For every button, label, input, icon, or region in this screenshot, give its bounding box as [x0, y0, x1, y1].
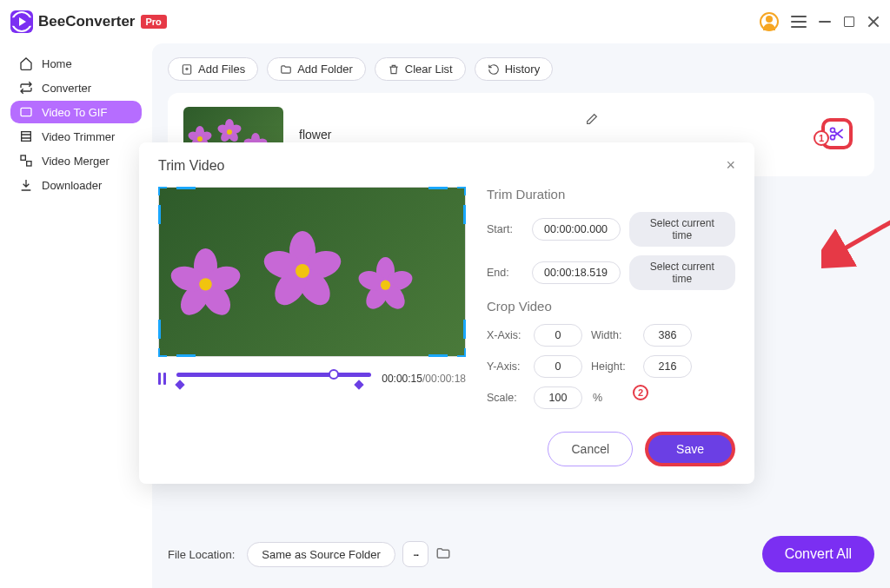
crop-handle-left[interactable] — [158, 320, 161, 339]
video-preview[interactable] — [158, 187, 466, 357]
start-label: Start: — [487, 223, 523, 235]
sidebar-item-video-to-gif[interactable]: Video To GIF — [10, 101, 142, 123]
annotation-badge-2: 2 — [633, 385, 648, 400]
history-icon — [488, 63, 500, 76]
home-icon — [19, 56, 33, 70]
crop-handle-bl[interactable] — [158, 348, 167, 357]
gif-icon — [19, 105, 33, 119]
time-display: 00:00:15/00:00:18 — [382, 373, 466, 385]
file-location-select: Same as Source Folder ··· — [247, 541, 453, 567]
seek-track[interactable] — [176, 367, 371, 390]
playhead[interactable] — [329, 369, 339, 380]
toolbar: Add Files Add Folder Clear List History — [168, 57, 874, 81]
sidebar-item-label: Home — [42, 57, 72, 70]
sidebar-item-home[interactable]: Home — [10, 52, 142, 75]
svg-line-7 — [839, 182, 890, 252]
trim-section-title: Trim Duration — [487, 187, 735, 202]
app-name: BeeConverter — [38, 13, 136, 30]
crop-handle-tl[interactable] — [158, 187, 167, 195]
open-folder-icon[interactable] — [435, 545, 453, 563]
crop-handle-tr[interactable] — [457, 187, 466, 195]
svg-rect-0 — [21, 108, 31, 116]
sidebar-item-label: Video Merger — [42, 155, 110, 168]
pause-button[interactable] — [158, 373, 166, 385]
cancel-button[interactable]: Cancel — [548, 432, 633, 466]
height-label: Height: — [591, 360, 634, 373]
select-current-end-button[interactable]: Select current time — [629, 255, 735, 290]
annotation-arrow — [821, 182, 890, 269]
window-close-button[interactable] — [867, 16, 880, 28]
crop-section-title: Crop Video — [487, 299, 735, 314]
add-folder-button[interactable]: Add Folder — [267, 57, 366, 81]
sidebar-item-video-merger[interactable]: Video Merger — [10, 149, 142, 172]
window-maximize-button[interactable] — [843, 16, 855, 28]
scale-label: Scale: — [487, 392, 525, 404]
add-files-button[interactable]: Add Files — [168, 57, 258, 81]
trimmer-icon — [19, 129, 33, 143]
merger-icon — [19, 154, 33, 168]
add-folder-icon — [280, 63, 292, 76]
sidebar-item-converter[interactable]: Converter — [10, 76, 142, 99]
user-avatar-icon[interactable] — [760, 12, 779, 31]
width-input[interactable] — [643, 324, 692, 347]
svg-rect-2 — [21, 155, 25, 160]
end-label: End: — [487, 267, 523, 279]
sidebar-item-label: Video To GIF — [42, 106, 107, 119]
crop-handle-br[interactable] — [457, 348, 466, 357]
scale-unit: % — [593, 392, 602, 404]
height-input[interactable] — [643, 355, 692, 378]
y-label: Y-Axis: — [487, 360, 525, 373]
svg-point-6 — [831, 135, 835, 140]
edit-name-icon[interactable] — [585, 112, 599, 129]
trash-icon — [388, 63, 400, 76]
start-time-input[interactable] — [532, 218, 621, 241]
trim-video-modal: Trim Video × — [139, 142, 754, 484]
end-time-input[interactable] — [532, 261, 621, 284]
file-location-value[interactable]: Same as Source Folder — [247, 542, 395, 567]
svg-rect-1 — [22, 132, 31, 142]
y-axis-input[interactable] — [534, 355, 582, 378]
crop-handle-right[interactable] — [463, 320, 466, 339]
titlebar: BeeConverter Pro — [0, 0, 890, 43]
sidebar-item-video-trimmer[interactable]: Video Trimmer — [10, 125, 142, 148]
crop-handle-bottom[interactable] — [176, 354, 196, 357]
crop-handle-top[interactable] — [428, 187, 448, 189]
trim-start-marker[interactable] — [175, 380, 184, 389]
window-minimize-button[interactable] — [819, 16, 831, 28]
sidebar: Home Converter Video To GIF Video Trimme… — [0, 43, 152, 588]
sidebar-item-label: Video Trimmer — [42, 130, 115, 143]
trim-end-marker[interactable] — [355, 380, 364, 389]
window-controls — [760, 12, 880, 31]
x-axis-input[interactable] — [534, 324, 582, 347]
pro-badge: Pro — [141, 15, 167, 29]
file-location-label: File Location: — [168, 548, 235, 561]
app-logo-block: BeeConverter Pro — [10, 10, 167, 33]
svg-point-5 — [831, 128, 835, 132]
scale-input[interactable] — [534, 386, 582, 409]
select-current-start-button[interactable]: Select current time — [629, 212, 735, 247]
footer-row: File Location: Same as Source Folder ···… — [168, 536, 874, 572]
preview-column: 00:00:15/00:00:18 — [158, 187, 466, 418]
annotation-badge-1: 1 — [814, 130, 829, 146]
converter-icon — [19, 81, 33, 95]
x-label: X-Axis: — [487, 329, 525, 341]
modal-title: Trim Video — [158, 158, 224, 174]
crop-handle-bottom[interactable] — [428, 354, 448, 357]
crop-handle-left[interactable] — [158, 205, 161, 224]
history-button[interactable]: History — [475, 57, 553, 81]
menu-icon[interactable] — [791, 16, 807, 28]
crop-handle-right[interactable] — [463, 205, 466, 224]
crop-handle-top[interactable] — [176, 187, 196, 189]
video-name: flower — [299, 128, 331, 142]
clear-list-button[interactable]: Clear List — [375, 57, 466, 81]
sidebar-item-downloader[interactable]: Downloader — [10, 174, 142, 196]
sidebar-item-label: Downloader — [42, 179, 102, 192]
save-button[interactable]: Save — [645, 432, 735, 466]
width-label: Width: — [591, 329, 634, 341]
controls-column: Trim Duration Start: Select current time… — [487, 187, 735, 418]
app-logo-icon — [10, 10, 33, 33]
convert-all-button[interactable]: Convert All — [762, 536, 874, 572]
playback-row: 00:00:15/00:00:18 — [158, 367, 466, 390]
file-location-more-button[interactable]: ··· — [402, 541, 428, 567]
modal-close-button[interactable]: × — [726, 156, 735, 175]
